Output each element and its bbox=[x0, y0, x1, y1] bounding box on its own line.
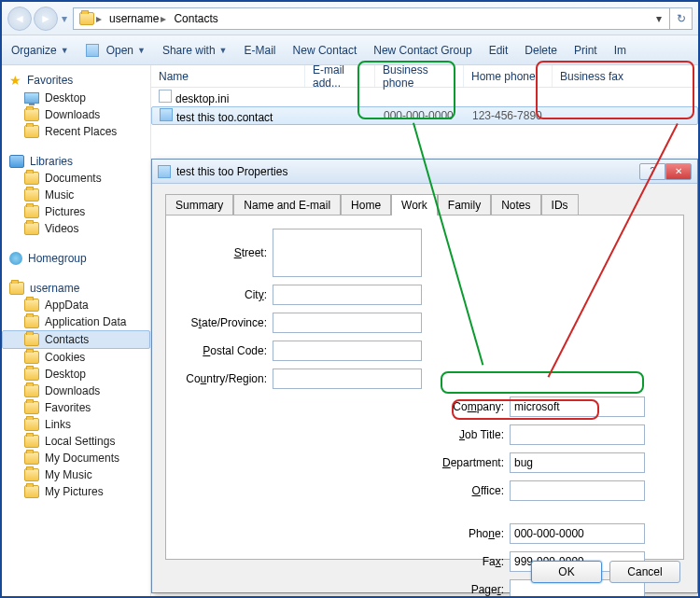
folder-icon bbox=[24, 452, 39, 465]
tree-item-pictures[interactable]: Pictures bbox=[2, 203, 150, 220]
city-input[interactable] bbox=[273, 285, 422, 305]
homegroup-icon bbox=[9, 252, 22, 265]
breadcrumb-seg-contacts[interactable]: Contacts bbox=[174, 12, 217, 25]
tab-work[interactable]: Work bbox=[391, 194, 438, 216]
column-home-phone[interactable]: Home phone bbox=[464, 65, 553, 87]
label-street: Street: bbox=[183, 246, 273, 259]
folder-icon bbox=[24, 418, 39, 431]
organize-menu[interactable]: Organize▼ bbox=[11, 44, 69, 57]
label-fax: Fax: bbox=[433, 555, 510, 568]
desktop-icon bbox=[24, 92, 39, 104]
tree-item-downloads2[interactable]: Downloads bbox=[2, 382, 150, 399]
address-dropdown-icon[interactable]: ▾ bbox=[651, 12, 667, 25]
tab-name-email[interactable]: Name and E-mail bbox=[233, 194, 341, 216]
folder-icon bbox=[24, 188, 39, 202]
tab-summary[interactable]: Summary bbox=[165, 194, 233, 216]
tree-item-music[interactable]: Music bbox=[2, 187, 150, 203]
cancel-button[interactable]: Cancel bbox=[609, 561, 680, 583]
label-city: City: bbox=[183, 288, 273, 301]
folder-icon bbox=[24, 172, 39, 185]
tree-item-downloads[interactable]: Downloads bbox=[2, 106, 150, 123]
file-icon bbox=[159, 90, 172, 103]
folder-icon bbox=[24, 299, 39, 312]
tree-libraries-heading[interactable]: Libraries bbox=[2, 153, 150, 170]
properties-dialog: test this too Properties ? ✕ Summary Nam… bbox=[151, 159, 698, 593]
email-button[interactable]: E-Mail bbox=[245, 44, 276, 57]
phone-input[interactable] bbox=[510, 523, 645, 544]
navigation-tree[interactable]: ★Favorites Desktop Downloads Recent Plac… bbox=[2, 65, 151, 596]
nav-history-chevron-icon[interactable]: ▾ bbox=[62, 8, 73, 29]
file-row-contact[interactable]: test this too.contact 000-000-0000 123-4… bbox=[151, 106, 698, 125]
tab-ids[interactable]: IDs bbox=[541, 194, 579, 216]
tree-item-cookies[interactable]: Cookies bbox=[2, 349, 150, 366]
nav-forward-button[interactable]: ► bbox=[34, 7, 58, 31]
tree-item-videos[interactable]: Videos bbox=[2, 220, 150, 237]
edit-button[interactable]: Edit bbox=[489, 44, 509, 57]
office-input[interactable] bbox=[510, 480, 645, 501]
tree-userfolder-heading[interactable]: username bbox=[2, 280, 150, 297]
folder-icon bbox=[24, 315, 39, 328]
dialog-help-button[interactable]: ? bbox=[639, 163, 665, 180]
street-input[interactable] bbox=[273, 229, 422, 277]
tree-item-links[interactable]: Links bbox=[2, 416, 150, 433]
address-bar[interactable]: ▸ username▸ Contacts ▾ bbox=[73, 7, 670, 30]
new-contact-group-button[interactable]: New Contact Group bbox=[373, 44, 471, 57]
nav-back-button[interactable]: ◄ bbox=[7, 7, 32, 31]
company-input[interactable] bbox=[510, 396, 645, 417]
share-menu[interactable]: Share with▼ bbox=[162, 44, 228, 57]
star-icon: ★ bbox=[9, 73, 21, 88]
folder-icon bbox=[24, 125, 39, 138]
tab-family[interactable]: Family bbox=[438, 194, 491, 216]
contact-icon bbox=[160, 108, 173, 121]
column-name[interactable]: Name bbox=[151, 65, 305, 87]
folder-icon bbox=[24, 108, 39, 121]
libraries-icon bbox=[9, 155, 24, 168]
dialog-title: test this too Properties bbox=[176, 165, 639, 178]
label-country: Country/Region: bbox=[183, 372, 273, 385]
tree-item-applicationdata[interactable]: Application Data bbox=[2, 313, 150, 330]
postal-input[interactable] bbox=[273, 341, 422, 361]
folder-icon bbox=[24, 351, 39, 364]
tree-favorites-heading[interactable]: ★Favorites bbox=[2, 71, 150, 90]
column-business-fax[interactable]: Business fax bbox=[553, 65, 698, 87]
tab-notes[interactable]: Notes bbox=[491, 194, 540, 216]
open-menu[interactable]: Open▼ bbox=[86, 44, 146, 57]
dialog-close-button[interactable]: ✕ bbox=[665, 163, 692, 180]
tab-home[interactable]: Home bbox=[341, 194, 391, 216]
breadcrumb-seg-username[interactable]: username bbox=[109, 12, 159, 25]
column-business-phone[interactable]: Business phone bbox=[375, 65, 464, 87]
jobtitle-input[interactable] bbox=[510, 424, 645, 445]
new-contact-button[interactable]: New Contact bbox=[293, 44, 357, 57]
tree-item-contacts[interactable]: Contacts bbox=[2, 330, 150, 349]
state-input[interactable] bbox=[273, 313, 422, 333]
column-email[interactable]: E-mail add... bbox=[305, 65, 375, 87]
label-company: Company: bbox=[433, 400, 510, 413]
contact-icon bbox=[158, 165, 171, 178]
tree-item-mydocuments[interactable]: My Documents bbox=[2, 450, 150, 466]
cell-business-phone: 000-000-0000 bbox=[376, 109, 465, 122]
country-input[interactable] bbox=[273, 369, 422, 389]
label-department: Department: bbox=[433, 456, 510, 469]
tree-item-documents[interactable]: Documents bbox=[2, 170, 150, 187]
folder-icon bbox=[9, 282, 24, 295]
tree-homegroup-heading[interactable]: Homegroup bbox=[2, 250, 150, 267]
tree-item-mypictures[interactable]: My Pictures bbox=[2, 483, 150, 500]
import-button[interactable]: Im bbox=[614, 44, 626, 57]
refresh-button[interactable]: ↻ bbox=[670, 7, 693, 30]
tree-item-recent[interactable]: Recent Places bbox=[2, 123, 150, 140]
label-office: Office: bbox=[433, 484, 510, 497]
tree-item-appdata[interactable]: AppData bbox=[2, 297, 150, 313]
tree-item-mymusic[interactable]: My Music bbox=[2, 466, 150, 483]
delete-button[interactable]: Delete bbox=[525, 44, 557, 57]
tree-item-localsettings[interactable]: Local Settings bbox=[2, 433, 150, 450]
print-button[interactable]: Print bbox=[574, 44, 597, 57]
tree-item-desktop2[interactable]: Desktop bbox=[2, 366, 150, 382]
department-input[interactable] bbox=[510, 452, 645, 473]
file-row-desktop-ini[interactable]: desktop.ini bbox=[151, 88, 698, 106]
label-phone: Phone: bbox=[433, 527, 510, 540]
folder-icon bbox=[24, 205, 39, 218]
tree-item-favorites[interactable]: Favorites bbox=[2, 399, 150, 416]
contact-icon bbox=[86, 44, 99, 57]
ok-button[interactable]: OK bbox=[531, 561, 602, 583]
tree-item-desktop[interactable]: Desktop bbox=[2, 90, 150, 106]
